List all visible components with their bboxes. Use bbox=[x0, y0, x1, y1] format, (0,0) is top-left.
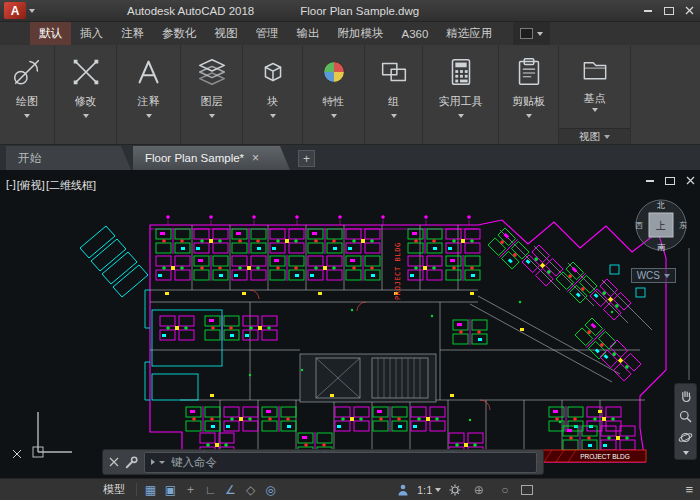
chevron-down-icon[interactable] bbox=[458, 114, 464, 118]
panel-label[interactable]: 注释 bbox=[138, 94, 160, 109]
close-button[interactable] bbox=[679, 0, 700, 21]
tab-home[interactable]: 默认 bbox=[30, 22, 71, 45]
command-input[interactable] bbox=[169, 455, 530, 469]
pan-hand-icon[interactable] bbox=[678, 388, 693, 403]
app-menu-caret-icon[interactable] bbox=[29, 9, 35, 13]
panel-label[interactable]: 块 bbox=[267, 94, 278, 109]
file-tab-label: Floor Plan Sample* bbox=[145, 152, 244, 164]
annotation-visibility-icon[interactable] bbox=[396, 483, 410, 497]
wcs-dropdown[interactable]: WCS bbox=[631, 268, 676, 283]
block-icon[interactable] bbox=[256, 52, 290, 92]
panel-label[interactable]: 实用工具 bbox=[439, 94, 483, 109]
chevron-down-icon[interactable] bbox=[24, 114, 30, 118]
chevron-down-icon[interactable] bbox=[526, 114, 532, 118]
file-tab-start[interactable]: 开始 bbox=[6, 146, 131, 170]
maximize-button[interactable] bbox=[658, 0, 679, 21]
file-tab-bar: 开始 Floor Plan Sample* × + bbox=[0, 145, 700, 170]
snap-icon[interactable]: ▣ bbox=[161, 483, 180, 497]
viewport-menu-button[interactable]: [-] bbox=[6, 178, 16, 193]
viewcube-east[interactable]: 东 bbox=[679, 221, 687, 230]
clipboard-icon[interactable] bbox=[512, 52, 546, 92]
osnap-icon[interactable]: ◎ bbox=[261, 483, 280, 497]
chevron-down-icon[interactable] bbox=[83, 114, 89, 118]
base-icon[interactable] bbox=[579, 49, 611, 89]
tab-addins[interactable]: 附加模块 bbox=[329, 22, 393, 45]
panel-label[interactable]: 特性 bbox=[323, 94, 345, 109]
grid-icon[interactable]: ▦ bbox=[141, 483, 160, 497]
tab-insert[interactable]: 插入 bbox=[71, 22, 112, 45]
tab-parametric[interactable]: 参数化 bbox=[153, 22, 206, 45]
customize-icon[interactable]: ≡ bbox=[685, 482, 693, 497]
dynamic-input-icon[interactable]: + bbox=[181, 483, 200, 497]
app-logo[interactable]: A bbox=[4, 2, 26, 19]
tab-annotate[interactable]: 注释 bbox=[112, 22, 153, 45]
model-space-button[interactable]: 模型 bbox=[96, 482, 132, 497]
chevron-down-icon[interactable] bbox=[331, 114, 337, 118]
polar-icon[interactable]: ∠ bbox=[221, 483, 240, 497]
stairs-core bbox=[300, 354, 436, 402]
minimize-button[interactable] bbox=[637, 0, 658, 21]
clean-screen-icon[interactable] bbox=[521, 485, 533, 495]
ribbon-panel-view: 基点 视图 bbox=[559, 45, 631, 144]
angled-rooms bbox=[80, 226, 148, 297]
chevron-down-icon[interactable] bbox=[592, 108, 598, 112]
close-icon[interactable] bbox=[109, 457, 119, 467]
command-line bbox=[102, 449, 544, 475]
tab-a360[interactable]: A360 bbox=[393, 22, 438, 45]
annotation-monitor-icon[interactable]: ⊕ bbox=[469, 483, 488, 497]
recent-commands-icon[interactable] bbox=[159, 461, 165, 464]
panel-label[interactable]: 图层 bbox=[201, 94, 223, 109]
chevron-down-icon[interactable] bbox=[683, 451, 689, 455]
annotate-icon[interactable] bbox=[132, 52, 166, 92]
viewcube[interactable]: 上 北 南 西 东 bbox=[632, 196, 690, 254]
view-control-button[interactable]: [俯视] bbox=[17, 178, 45, 193]
close-icon[interactable] bbox=[686, 176, 695, 185]
tab-featured-apps[interactable]: 精选应用 bbox=[437, 22, 501, 45]
zoom-icon[interactable] bbox=[678, 409, 693, 424]
workspace-gear-icon[interactable] bbox=[448, 483, 462, 497]
view-panel-strip[interactable]: 视图 bbox=[559, 128, 630, 144]
layers-icon[interactable] bbox=[195, 52, 229, 92]
drawing-canvas[interactable]: PROJECT BLDG PROJECT BLDG [-] [俯视] [二维线框… bbox=[0, 170, 700, 478]
isolate-objects-icon[interactable]: ○ bbox=[495, 483, 514, 497]
file-tab-floor-plan[interactable]: Floor Plan Sample* × bbox=[133, 146, 290, 170]
annotation-scale-button[interactable]: 1:1 bbox=[417, 484, 441, 496]
chevron-down-icon[interactable] bbox=[391, 114, 397, 118]
modify-icon[interactable] bbox=[69, 52, 103, 92]
tab-manage[interactable]: 管理 bbox=[247, 22, 288, 45]
ribbon-display-toggle[interactable] bbox=[513, 22, 550, 45]
minimize-icon[interactable] bbox=[646, 180, 654, 182]
viewcube-west[interactable]: 西 bbox=[635, 221, 643, 230]
visual-style-button[interactable]: [二维线框] bbox=[46, 178, 96, 193]
close-icon[interactable]: × bbox=[252, 151, 259, 165]
utilities-icon[interactable] bbox=[444, 52, 478, 92]
minimize-icon bbox=[644, 10, 652, 12]
chevron-down-icon[interactable] bbox=[270, 114, 276, 118]
orbit-icon[interactable] bbox=[678, 430, 693, 445]
ribbon-tab-bar: 默认 插入 注释 参数化 视图 管理 输出 附加模块 A360 精选应用 bbox=[0, 22, 700, 45]
svg-text:PROJECT BLDG: PROJECT BLDG bbox=[580, 453, 630, 460]
prompt-arrow-icon bbox=[151, 459, 155, 465]
new-tab-button[interactable]: + bbox=[298, 150, 315, 167]
viewcube-north[interactable]: 北 bbox=[656, 201, 665, 210]
properties-icon[interactable] bbox=[317, 52, 351, 92]
customize-wrench-icon[interactable] bbox=[125, 456, 138, 469]
chevron-down-icon bbox=[664, 274, 670, 278]
isodraft-icon[interactable]: ◇ bbox=[241, 483, 260, 497]
viewcube-top-face[interactable]: 上 bbox=[655, 220, 666, 231]
tab-output[interactable]: 输出 bbox=[288, 22, 329, 45]
panel-label[interactable]: 组 bbox=[388, 94, 399, 109]
draw-icon[interactable] bbox=[10, 52, 44, 92]
panel-label[interactable]: 基点 bbox=[584, 91, 606, 106]
tab-view[interactable]: 视图 bbox=[206, 22, 247, 45]
panel-label[interactable]: 绘图 bbox=[16, 94, 38, 109]
chevron-down-icon[interactable] bbox=[146, 114, 152, 118]
restore-icon[interactable] bbox=[665, 177, 675, 185]
scrollbar[interactable] bbox=[688, 248, 690, 380]
chevron-down-icon[interactable] bbox=[209, 114, 215, 118]
panel-label[interactable]: 剪贴板 bbox=[512, 94, 545, 109]
ortho-icon[interactable]: ∟ bbox=[201, 483, 220, 497]
group-icon[interactable] bbox=[377, 52, 411, 92]
panel-label[interactable]: 修改 bbox=[75, 94, 97, 109]
viewcube-south[interactable]: 南 bbox=[657, 243, 666, 252]
